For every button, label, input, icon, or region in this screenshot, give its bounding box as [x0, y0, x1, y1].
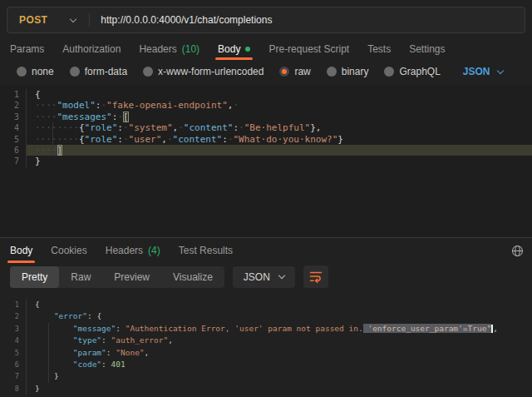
globe-icon[interactable] [511, 245, 524, 257]
line-number: 6 [0, 145, 26, 156]
request-tab-pre-request-script[interactable]: Pre-request Script [268, 38, 349, 60]
response-tab-body[interactable]: Body [10, 238, 32, 263]
code-token: ········ [35, 134, 79, 145]
code-content: } [26, 156, 532, 166]
body-type-option-graphql[interactable]: GraphQL [384, 66, 440, 77]
code-content: "code": 401 [26, 359, 532, 370]
code-line: 3 "message": "Authentication Error, 'use… [0, 323, 532, 335]
code-token [35, 360, 73, 369]
code-content: { [26, 89, 532, 100]
body-format-select[interactable]: JSON [463, 66, 503, 77]
code-content: } [26, 383, 532, 395]
code-token: : [222, 134, 228, 145]
radio-label: none [32, 66, 54, 77]
code-token: : [106, 348, 116, 357]
code-token: "role" [85, 122, 118, 133]
code-token [35, 335, 73, 345]
body-type-option-none[interactable]: none [17, 66, 54, 77]
radio-button [143, 67, 153, 77]
code-token: "param" [73, 348, 106, 357]
response-view-preview[interactable]: Preview [102, 266, 161, 288]
line-number: 3 [0, 323, 26, 335]
code-line: 6····] [0, 145, 532, 156]
code-token: { [79, 122, 85, 133]
code-token [35, 324, 73, 333]
tab-label: Headers [139, 43, 176, 55]
request-tab-headers[interactable]: Headers(10) [139, 38, 200, 60]
response-toolbar: PrettyRawPreviewVisualize JSON [0, 263, 532, 295]
body-type-option-form-data[interactable]: form-data [70, 66, 127, 77]
body-type-option-binary[interactable]: binary [327, 66, 369, 77]
line-number: 4 [0, 335, 26, 346]
code-token: · [178, 122, 184, 133]
code-token: "type" [73, 335, 101, 345]
code-token: "auth_error" [111, 335, 169, 345]
code-token [35, 348, 73, 357]
radio-label: binary [342, 66, 369, 77]
line-number: 2 [0, 100, 26, 111]
wrap-lines-button[interactable] [303, 265, 328, 288]
body-type-option-raw[interactable]: raw [279, 66, 310, 77]
code-line: 3····"messages":·[ [0, 112, 532, 122]
code-token: : [116, 324, 125, 333]
indent-guide [48, 323, 49, 383]
tab-label: Authorization [62, 43, 121, 55]
request-tab-settings[interactable]: Settings [409, 38, 445, 60]
code-content: } [26, 370, 532, 382]
url-input[interactable]: http://0.0.0.0:4000/v1/chat/completions [90, 14, 272, 26]
code-token: "None" [116, 348, 144, 357]
body-type-option-x-www-form-urlencoded[interactable]: x-www-form-urlencoded [143, 66, 264, 77]
method-select[interactable]: POST [7, 14, 89, 26]
code-line: 4 "type": "auth_error", [0, 335, 532, 346]
code-line: 5········{"role":·"user",·"content":·"Wh… [0, 134, 532, 145]
request-tab-body[interactable]: Body [218, 38, 250, 60]
response-tabs: BodyCookiesHeaders(4)Test Results [0, 238, 532, 263]
code-token: · [233, 100, 239, 111]
response-body-viewer[interactable]: 1{2 "error": {3 "message": "Authenticati… [0, 295, 532, 397]
response-tab-cookies[interactable]: Cookies [51, 238, 86, 263]
indent-guide [52, 122, 53, 156]
response-tab-headers[interactable]: Headers(4) [106, 238, 160, 263]
code-token: "error" [54, 311, 87, 320]
response-view-pretty[interactable]: Pretty [10, 266, 59, 288]
code-token: : [117, 134, 123, 145]
response-format-label: JSON [244, 271, 270, 283]
code-token: "What·do·you·know?" [233, 134, 337, 145]
response-view-raw[interactable]: Raw [59, 266, 102, 288]
code-token: "Be·helpful" [244, 122, 310, 133]
radio-label: raw [294, 66, 310, 77]
code-line: 7 } [0, 370, 532, 382]
request-tab-tests[interactable]: Tests [367, 38, 391, 60]
body-type-row: noneform-datax-www-form-urlencodedrawbin… [0, 60, 532, 85]
wrap-lines-icon [309, 270, 323, 283]
body-type-options: noneform-datax-www-form-urlencodedrawbin… [17, 66, 441, 77]
tab-label: Cookies [51, 245, 86, 256]
code-token: : [101, 360, 111, 369]
line-number: 1 [0, 299, 26, 310]
code-token: , [493, 324, 498, 333]
request-tab-params[interactable]: Params [10, 38, 44, 60]
code-token: , [145, 348, 150, 357]
line-number: 7 [0, 156, 26, 166]
code-content: ········{"role":·"user",·"content":·"Wha… [26, 134, 532, 145]
line-number: 4 [0, 122, 26, 133]
code-token: · [123, 134, 129, 145]
response-format-select[interactable]: JSON [233, 266, 295, 288]
code-token: "system" [129, 122, 173, 133]
code-content: "param": "None", [26, 347, 532, 359]
code-line: 8} [0, 383, 532, 395]
line-number: 5 [0, 134, 26, 145]
code-token: ········ [35, 122, 79, 133]
code-token: · [123, 122, 129, 133]
code-token: · [239, 122, 244, 133]
selected-text: 'enforce_user_param'=True" [363, 324, 491, 333]
request-tab-authorization[interactable]: Authorization [62, 38, 121, 60]
response-view-visualize[interactable]: Visualize [161, 266, 224, 288]
code-line: 7} [0, 156, 532, 166]
code-token: { [79, 134, 85, 145]
request-body-editor[interactable]: 1{2····"model":·"fake-openai-endpoint",·… [0, 85, 532, 237]
tab-label: Tests [367, 43, 391, 55]
code-token: } [35, 156, 41, 166]
radio-label: x-www-form-urlencoded [158, 66, 264, 77]
response-tab-test-results[interactable]: Test Results [179, 238, 233, 263]
